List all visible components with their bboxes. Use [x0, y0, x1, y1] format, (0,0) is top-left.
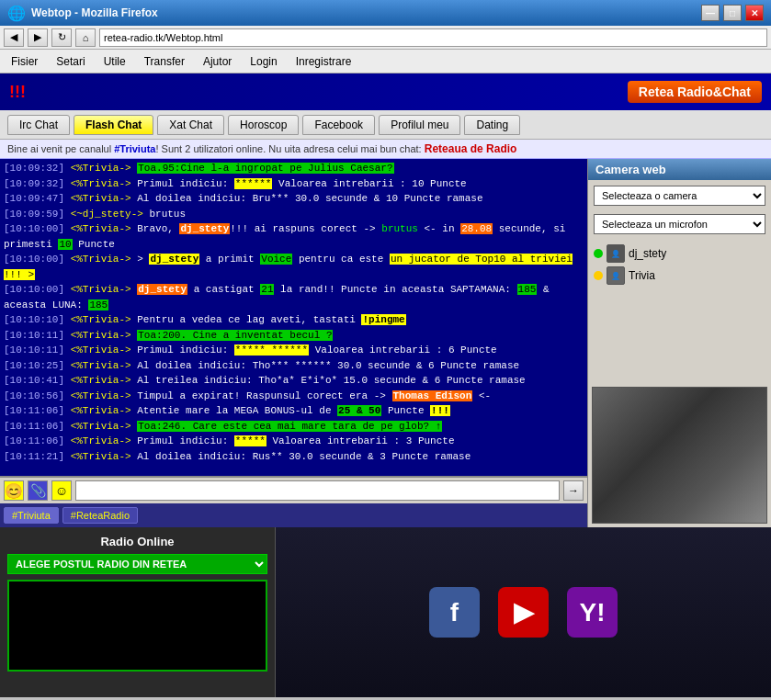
chat-line: [10:10:11] <%Trivia-> Toa:200. Cine a in… — [4, 328, 584, 344]
camera-preview — [592, 387, 767, 524]
user-name-trivia: Trivia — [629, 269, 655, 282]
chat-area[interactable]: [10:09:32] <%Trivia-> Toa.95:Cine l-a in… — [0, 159, 587, 476]
chat-line: [10:10:10] <%Trivia-> Pentru a vedea ce … — [4, 312, 584, 328]
chat-line: [10:10:11] <%Trivia-> Primul indiciu: **… — [4, 343, 584, 358]
channel-tabs: #Triviuta #ReteaRadio — [0, 503, 587, 527]
social-icons-area: f ▶ Y! — [276, 527, 771, 697]
user-avatar-djstety: 👤 — [607, 244, 625, 263]
menu-ajutor[interactable]: Ajutor — [194, 52, 241, 71]
tab-xat-chat[interactable]: Xat Chat — [157, 115, 224, 135]
chat-line: [10:10:41] <%Trivia-> Al treilea indiciu… — [4, 373, 584, 389]
chat-scroll-wrap: [10:09:32] <%Trivia-> Toa.95:Cine l-a in… — [0, 159, 587, 527]
youtube-icon[interactable]: ▶ — [498, 587, 549, 638]
tab-facebook[interactable]: Facebook — [302, 115, 375, 135]
browser-toolbar: ◀ ▶ ↻ ⌂ — [0, 26, 771, 50]
chat-line: [10:10:00] <%Trivia-> > dj_stety a primi… — [4, 252, 584, 282]
chat-send-button[interactable]: → — [563, 480, 584, 501]
radio-label: Radio Online — [100, 535, 174, 548]
menu-transfer[interactable]: Transfer — [135, 52, 194, 71]
info-text-middle: ! Sunt 2 utilizatori online. Nu uita adr… — [155, 143, 424, 154]
radio-select-wrap: ALEGE POSTUL RADIO DIN RETEA — [7, 554, 267, 574]
info-brand: Reteaua de Radio — [425, 142, 517, 155]
chat-input-field[interactable] — [75, 480, 560, 501]
mic-select-area: Selecteaza un microfon — [594, 214, 765, 234]
menu-bar: Fisier Setari Utile Transfer Ajutor Logi… — [0, 50, 771, 73]
chat-line: [10:09:59] <~dj_stety-> brutus — [4, 207, 584, 222]
tab-dating[interactable]: Dating — [464, 115, 520, 135]
menu-fisier[interactable]: Fisier — [2, 52, 47, 71]
sidebar: Camera web Selecteaza o camera Selecteaz… — [587, 159, 771, 527]
camera-select-dropdown[interactable]: Selecteaza o camera — [594, 186, 765, 206]
info-channel-link[interactable]: #Triviuta — [114, 143, 155, 154]
back-button[interactable]: ◀ — [4, 28, 24, 47]
menu-utile[interactable]: Utile — [95, 52, 135, 71]
channel-tab-triviuta[interactable]: #Triviuta — [4, 507, 59, 524]
facebook-icon[interactable]: f — [429, 587, 480, 638]
maximize-button[interactable]: □ — [723, 5, 742, 21]
chat-line: [10:10:56] <%Trivia-> Timpul a expirat! … — [4, 389, 584, 404]
info-text-before: Bine ai venit pe canalul — [7, 143, 114, 154]
browser-icon: 🌐 — [7, 5, 26, 22]
home-button[interactable]: ⌂ — [75, 28, 96, 47]
bottom-area: Radio Online ALEGE POSTUL RADIO DIN RETE… — [0, 527, 771, 697]
chat-line: [10:09:32] <%Trivia-> Toa.95:Cine l-a in… — [4, 161, 584, 176]
forward-button[interactable]: ▶ — [28, 28, 48, 47]
tab-horoscop[interactable]: Horoscop — [228, 115, 299, 135]
refresh-button[interactable]: ↻ — [51, 28, 72, 47]
user-name-djstety: dj_stety — [629, 247, 666, 260]
chat-line: [10:11:06] <%Trivia-> Primul indiciu: **… — [4, 434, 584, 449]
tab-flash-chat[interactable]: Flash Chat — [74, 115, 153, 135]
chat-line: [10:10:25] <%Trivia-> Al doilea indiciu:… — [4, 358, 584, 374]
nav-tabs: Irc Chat Flash Chat Xat Chat Horoscop Fa… — [0, 110, 771, 140]
chat-line: [10:11:21] <%Trivia-> Al doilea indiciu:… — [4, 449, 584, 465]
address-bar[interactable] — [99, 28, 767, 47]
minimize-button[interactable]: — — [701, 5, 720, 21]
tab-irc-chat[interactable]: Irc Chat — [7, 115, 70, 135]
chat-line: [10:11:06] <%Trivia-> Atentie mare la ME… — [4, 403, 584, 419]
radio-panel: Radio Online ALEGE POSTUL RADIO DIN RETE… — [0, 527, 276, 697]
user-avatar-trivia: 👤 — [607, 266, 625, 285]
attach-button[interactable]: 📎 — [28, 480, 48, 501]
window-controls: — □ ✕ — [701, 5, 764, 21]
smiley-face[interactable]: ☺ — [51, 480, 72, 501]
site-header: !!! Retea Radio&Chat — [0, 73, 771, 110]
sidebar-user-list: 👤 dj_stety 👤 Trivia — [588, 237, 771, 383]
mic-select-dropdown[interactable]: Selecteaza un microfon — [594, 214, 765, 234]
chat-line: [10:09:47] <%Trivia-> Al doilea indiciu:… — [4, 191, 584, 207]
user-status-dot — [594, 249, 603, 258]
channel-tab-retearadio[interactable]: #ReteaRadio — [62, 507, 138, 524]
chat-line: [10:09:32] <%Trivia-> Primul indiciu: **… — [4, 176, 584, 192]
info-bar: Bine ai venit pe canalul #Triviuta! Sunt… — [0, 140, 771, 159]
window-title: Webtop - Mozilla Firefox — [31, 6, 158, 19]
menu-setari[interactable]: Setari — [47, 52, 94, 71]
site-logo: !!! — [9, 83, 26, 102]
site-title-box: Retea Radio&Chat — [628, 81, 762, 103]
yahoo-icon[interactable]: Y! — [567, 587, 618, 638]
radio-station-select[interactable]: ALEGE POSTUL RADIO DIN RETEA — [7, 554, 267, 574]
chat-line: [10:10:00] <%Trivia-> dj_stety a castiga… — [4, 282, 584, 312]
chat-line: [10:11:06] <%Trivia-> Toa:246. Care este… — [4, 419, 584, 435]
main-content: [10:09:32] <%Trivia-> Toa.95:Cine l-a in… — [0, 159, 771, 527]
menu-login[interactable]: Login — [241, 52, 286, 71]
chat-input-bar: 😊 📎 ☺ → — [0, 476, 587, 503]
user-status-dot-trivia — [594, 271, 603, 280]
menu-inregistrare[interactable]: Inregistrare — [287, 52, 361, 71]
emotions-button[interactable]: 😊 — [4, 480, 24, 501]
chat-line: [10:10:00] <%Trivia-> Bravo, dj_stety!!!… — [4, 221, 584, 252]
site-title: Retea Radio&Chat — [639, 85, 751, 99]
close-button[interactable]: ✕ — [745, 5, 764, 21]
camera-select-area: Selecteaza o camera — [594, 186, 765, 206]
user-item-trivia: 👤 Trivia — [594, 265, 765, 287]
tab-profilul-meu[interactable]: Profilul meu — [379, 115, 460, 135]
radio-display — [7, 580, 267, 672]
user-item-djstety: 👤 dj_stety — [594, 243, 765, 265]
window-titlebar: 🌐 Webtop - Mozilla Firefox — □ ✕ — [0, 0, 771, 26]
sidebar-title: Camera web — [588, 159, 771, 180]
